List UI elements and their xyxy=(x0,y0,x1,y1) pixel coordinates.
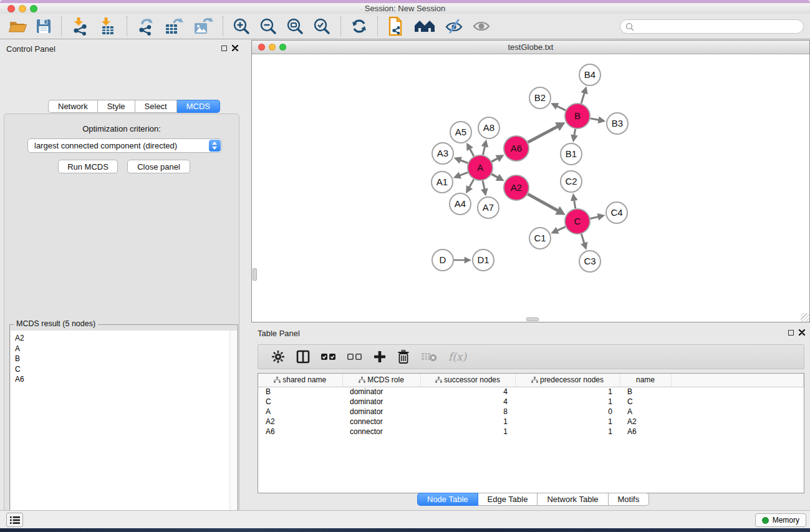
edge-A6-B[interactable] xyxy=(528,126,559,142)
tab-motifs[interactable]: Motifs xyxy=(609,493,650,506)
save-session-button[interactable] xyxy=(36,18,52,34)
column-header-name[interactable]: name xyxy=(620,374,671,387)
table-row[interactable]: Bdominator41B xyxy=(258,387,804,397)
column-header-MCDS-role[interactable]: MCDS role xyxy=(342,374,420,387)
network-canvas[interactable]: AA1A2A3A4A5A6A7A8BB1B2B3B4CC1C2C3C4DD1 xyxy=(252,55,809,322)
edge-B-B4[interactable] xyxy=(581,92,584,104)
edge-A-A2[interactable] xyxy=(491,174,498,178)
list-scrollbar[interactable] xyxy=(229,331,237,532)
network-node-A6[interactable]: A6 xyxy=(504,136,529,161)
network-node-A[interactable]: A xyxy=(468,155,493,180)
home-button[interactable] xyxy=(413,18,436,34)
search-box[interactable] xyxy=(620,19,804,34)
mcds-result-item[interactable]: A2 xyxy=(15,333,237,344)
delete-button[interactable] xyxy=(397,350,410,364)
network-node-A4[interactable]: A4 xyxy=(450,193,471,215)
horizontal-scroll-handle[interactable] xyxy=(526,317,539,321)
show-panels-button[interactable] xyxy=(472,18,491,34)
network-node-B[interactable]: B xyxy=(565,104,590,128)
table-row[interactable]: Adominator80A xyxy=(258,407,804,417)
tab-mcds[interactable]: MCDS xyxy=(177,100,220,113)
table-row[interactable]: A6connector11A6 xyxy=(258,427,804,437)
edge-B-B1[interactable] xyxy=(574,129,576,136)
close-panel-icon[interactable] xyxy=(799,329,805,336)
table-row[interactable]: A2connector11A2 xyxy=(258,417,804,427)
network-node-A3[interactable]: A3 xyxy=(432,143,453,164)
mcds-result-item[interactable]: C xyxy=(15,364,237,375)
search-input[interactable] xyxy=(637,21,803,32)
column-header-predecessor-nodes[interactable]: predecessor nodes xyxy=(515,374,620,387)
zoom-out-button[interactable] xyxy=(259,17,277,36)
memory-button[interactable]: Memory xyxy=(755,513,806,527)
run-mcds-button[interactable]: Run MCDS xyxy=(58,160,118,173)
network-node-A5[interactable]: A5 xyxy=(450,122,471,143)
network-node-B4[interactable]: B4 xyxy=(579,64,600,85)
vertical-scroll-handle[interactable] xyxy=(253,268,257,281)
tab-edge-table[interactable]: Edge Table xyxy=(478,493,538,506)
close-panel-button[interactable]: Close panel xyxy=(127,160,190,173)
deselect-all-button[interactable] xyxy=(347,352,362,361)
edge-A-A8[interactable] xyxy=(483,146,485,155)
tab-node-table[interactable]: Node Table xyxy=(417,493,478,506)
refresh-layout-button[interactable] xyxy=(350,17,368,35)
import-table-button[interactable] xyxy=(99,17,117,36)
optimization-criterion-select[interactable]: largest connected component (directed) xyxy=(27,138,222,153)
mcds-result-listbox[interactable]: A2ABCA6 xyxy=(11,331,237,532)
table-row[interactable]: Cdominator41C xyxy=(258,397,804,407)
import-network-button[interactable] xyxy=(71,17,90,36)
edge-A2-C[interactable] xyxy=(528,194,558,211)
mcds-result-item[interactable]: A xyxy=(15,344,237,354)
network-node-B1[interactable]: B1 xyxy=(561,143,582,165)
network-node-B2[interactable]: B2 xyxy=(529,87,551,109)
network-node-B3[interactable]: B3 xyxy=(607,113,628,134)
column-layout-button[interactable] xyxy=(296,350,310,364)
tab-select[interactable]: Select xyxy=(135,100,177,113)
new-network-button[interactable] xyxy=(387,16,405,36)
tab-network-table[interactable]: Network Table xyxy=(538,493,608,506)
zoom-selected-button[interactable] xyxy=(313,17,331,36)
close-panel-icon[interactable] xyxy=(232,45,238,51)
tab-style[interactable]: Style xyxy=(98,100,135,113)
edge-A-A1[interactable] xyxy=(460,172,468,175)
hide-panels-button[interactable] xyxy=(445,18,463,34)
network-node-A2[interactable]: A2 xyxy=(504,175,529,200)
network-node-A7[interactable]: A7 xyxy=(478,197,499,218)
task-history-button[interactable] xyxy=(6,513,23,527)
network-node-D[interactable]: D xyxy=(432,249,453,271)
edge-C-C2[interactable] xyxy=(574,200,576,208)
function-builder-button[interactable]: f(x) xyxy=(448,351,466,363)
delete-table-button[interactable] xyxy=(421,352,437,362)
network-node-A8[interactable]: A8 xyxy=(478,117,499,138)
resize-grip[interactable] xyxy=(801,313,809,322)
network-node-C3[interactable]: C3 xyxy=(579,251,600,272)
node-table[interactable]: shared nameMCDS rolesuccessor nodesprede… xyxy=(258,373,804,493)
column-header-shared-name[interactable]: shared name xyxy=(258,374,342,387)
edge-A-A4[interactable] xyxy=(469,179,474,188)
zoom-in-button[interactable] xyxy=(233,17,251,36)
edge-B-B2[interactable] xyxy=(556,106,566,110)
edge-A-A5[interactable] xyxy=(470,148,474,157)
float-panel-icon[interactable] xyxy=(788,330,794,336)
select-all-button[interactable] xyxy=(321,352,336,361)
float-panel-icon[interactable] xyxy=(221,46,227,51)
network-window-titlebar[interactable]: testGlobe.txt xyxy=(252,41,809,54)
network-node-C[interactable]: C xyxy=(565,209,590,234)
edge-B-B3[interactable] xyxy=(591,118,599,120)
mcds-result-item[interactable]: A6 xyxy=(15,374,237,385)
column-header-successor-nodes[interactable]: successor nodes xyxy=(420,374,515,387)
edge-A-A6[interactable] xyxy=(492,158,498,162)
edge-C-C3[interactable] xyxy=(581,234,584,244)
network-node-C2[interactable]: C2 xyxy=(561,171,582,192)
export-network-button[interactable] xyxy=(137,17,155,36)
network-node-A1[interactable]: A1 xyxy=(432,172,453,193)
network-node-C4[interactable]: C4 xyxy=(606,202,627,223)
zoom-fit-button[interactable] xyxy=(286,17,304,36)
tab-network[interactable]: Network xyxy=(48,100,98,113)
edge-C-C1[interactable] xyxy=(557,227,566,231)
table-settings-button[interactable] xyxy=(271,350,285,364)
edge-A-A3[interactable] xyxy=(460,160,468,163)
network-node-C1[interactable]: C1 xyxy=(529,228,551,249)
mcds-result-item[interactable]: B xyxy=(15,354,237,364)
export-table-button[interactable] xyxy=(164,17,184,36)
add-column-button[interactable] xyxy=(374,351,386,363)
